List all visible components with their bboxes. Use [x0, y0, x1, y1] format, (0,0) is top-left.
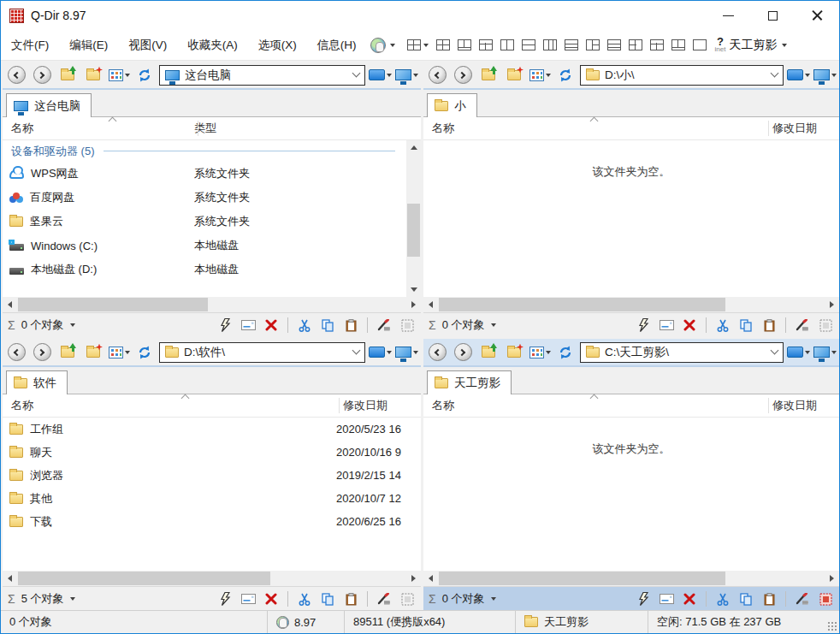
back-button[interactable] — [426, 341, 448, 364]
paste-button[interactable] — [342, 317, 359, 334]
layout-option-top-bottom-split-icon[interactable] — [650, 39, 664, 50]
scrollbar-thumb[interactable] — [439, 572, 725, 585]
rename-button[interactable] — [240, 317, 257, 334]
pane-select-marker[interactable] — [817, 317, 834, 334]
address-combobox[interactable]: D:\小\ — [580, 65, 784, 86]
file-row[interactable]: Windows (C:) 本地磁盘 — [3, 234, 421, 258]
pane-select-marker[interactable] — [399, 317, 416, 334]
forward-button[interactable] — [31, 64, 53, 86]
minimize-button[interactable] — [706, 1, 750, 30]
address-combobox[interactable]: 这台电脑 — [159, 65, 365, 86]
paste-button[interactable] — [760, 590, 778, 607]
layout-option-three-vertical-icon[interactable] — [543, 39, 557, 50]
layout-option-two-top-one-bottom-icon[interactable] — [458, 39, 471, 50]
horizontal-scrollbar[interactable] — [3, 571, 421, 586]
refresh-button[interactable] — [133, 341, 156, 364]
close-button[interactable] — [795, 1, 839, 30]
desktop-split-button[interactable] — [369, 64, 392, 86]
rename-button[interactable] — [658, 317, 675, 334]
back-button[interactable] — [5, 64, 27, 86]
pane-layout-selector[interactable] — [407, 39, 429, 50]
new-folder-button[interactable] — [503, 341, 525, 364]
column-name[interactable]: 名称 — [3, 398, 336, 413]
layout-option-quad-icon[interactable] — [436, 39, 450, 50]
copy-button[interactable] — [319, 317, 336, 334]
quick-actions-button[interactable] — [635, 590, 652, 607]
computer-split-button[interactable] — [813, 64, 837, 86]
edit-attributes-button[interactable] — [794, 317, 811, 334]
cut-button[interactable] — [714, 590, 731, 607]
pane-select-marker[interactable] — [399, 590, 416, 607]
view-mode-button[interactable] — [108, 341, 130, 364]
layout-option-two-horizontal-icon[interactable] — [522, 39, 535, 50]
edit-attributes-button[interactable] — [376, 590, 393, 607]
view-mode-button[interactable] — [529, 341, 551, 364]
horizontal-scrollbar[interactable] — [3, 297, 421, 312]
view-mode-button[interactable] — [108, 64, 130, 86]
refresh-button[interactable] — [554, 341, 577, 364]
menu-view[interactable]: 视图(V) — [118, 38, 177, 53]
new-folder-button[interactable] — [82, 64, 104, 86]
group-header[interactable]: 设备和驱动器 (5) — [3, 140, 421, 162]
tab-folder[interactable]: 软件 — [6, 370, 68, 394]
edit-attributes-button[interactable] — [376, 317, 393, 334]
file-row[interactable]: 浏览器 2019/2/15 14 — [3, 464, 421, 487]
view-mode-button[interactable] — [529, 64, 551, 86]
file-row[interactable]: WPS网盘 系统文件夹 — [3, 162, 421, 186]
layout-option-single-icon[interactable] — [693, 39, 707, 50]
file-row[interactable]: 工作组 2020/5/23 16 — [3, 418, 421, 441]
desktop-split-button[interactable] — [787, 341, 810, 364]
column-date-modified[interactable]: 修改日期 — [766, 121, 817, 136]
column-date-modified[interactable]: 修改日期 — [336, 398, 387, 413]
delete-button[interactable] — [263, 317, 280, 334]
folder-up-button[interactable] — [477, 64, 500, 86]
forward-button[interactable] — [452, 64, 474, 86]
scrollbar-thumb[interactable] — [439, 298, 725, 311]
horizontal-scrollbar[interactable] — [423, 297, 839, 312]
menu-info[interactable]: 信息(H) — [307, 38, 367, 53]
scrollbar-thumb[interactable] — [18, 572, 270, 585]
refresh-button[interactable] — [133, 64, 156, 86]
cut-button[interactable] — [296, 590, 313, 607]
layout-option-one-left-two-right-icon[interactable] — [586, 39, 600, 50]
quick-actions-button[interactable] — [216, 590, 234, 607]
tab-folder[interactable]: 天工剪影 — [427, 370, 512, 394]
rename-button[interactable] — [240, 590, 257, 607]
file-row[interactable]: 本地磁盘 (D:) 本地磁盘 — [3, 258, 421, 281]
delete-button[interactable] — [263, 590, 280, 607]
rename-button[interactable] — [658, 590, 675, 607]
column-date-modified[interactable]: 修改日期 — [766, 398, 817, 413]
folder-up-button[interactable] — [56, 64, 79, 86]
copy-button[interactable] — [737, 590, 754, 607]
new-folder-button[interactable] — [503, 64, 525, 86]
menu-options[interactable]: 选项(X) — [248, 38, 307, 53]
inet-help-button[interactable]: ? inet — [715, 38, 726, 53]
layout-option-two-vertical-icon[interactable] — [500, 39, 514, 50]
menu-edit[interactable]: 编辑(E) — [59, 38, 118, 53]
quick-actions-button[interactable] — [635, 317, 652, 334]
refresh-button[interactable] — [554, 64, 577, 86]
address-combobox[interactable]: C:\天工剪影\ — [580, 342, 784, 363]
web-button[interactable] — [370, 38, 395, 53]
copy-button[interactable] — [737, 317, 754, 334]
object-count-dropdown[interactable]: Σ 0 个对象 — [8, 317, 75, 333]
layout-option-bottom-split-icon[interactable] — [671, 39, 685, 50]
column-name[interactable]: 名称 — [3, 121, 194, 136]
tab-folder[interactable]: 小 — [427, 93, 477, 117]
tab-this-pc[interactable]: 这台电脑 — [6, 93, 92, 117]
vertical-scrollbar[interactable] — [406, 140, 421, 297]
horizontal-scrollbar[interactable] — [423, 571, 839, 586]
scrollbar-thumb[interactable] — [18, 298, 208, 311]
folder-up-button[interactable] — [477, 341, 500, 364]
menu-file[interactable]: 文件(F) — [1, 38, 59, 53]
file-row[interactable]: 下载 2020/6/25 16 — [3, 510, 421, 533]
object-count-dropdown[interactable]: Σ 0 个对象 — [429, 591, 496, 607]
maximize-button[interactable] — [750, 1, 795, 30]
object-count-dropdown[interactable]: Σ 5 个对象 — [8, 591, 75, 607]
copy-button[interactable] — [319, 590, 336, 607]
language-selector[interactable]: 天工剪影 — [729, 38, 787, 53]
menu-favorites[interactable]: 收藏夹(A) — [177, 38, 248, 53]
forward-button[interactable] — [452, 341, 474, 364]
paste-button[interactable] — [342, 590, 359, 607]
quick-actions-button[interactable] — [216, 317, 234, 334]
